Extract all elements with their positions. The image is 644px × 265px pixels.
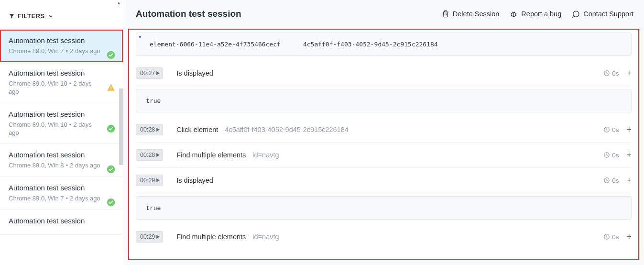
expand-button[interactable]: + xyxy=(626,151,632,159)
delete-session-button[interactable]: Delete Session xyxy=(442,10,500,18)
timestamp: 00:28 xyxy=(140,126,155,133)
expand-button[interactable]: + xyxy=(626,125,632,134)
log-right: 0s+ xyxy=(603,69,632,77)
timestamp-play-button[interactable]: 00:28 xyxy=(136,149,163,161)
session-item[interactable]: Automation test sessionChrome 89.0, Win … xyxy=(0,177,123,210)
log-body: Click element4c5aff0f-f403-4052-9d45-2c9… xyxy=(176,126,590,133)
session-title: Automation test session xyxy=(9,69,115,77)
result-box: true xyxy=(136,89,632,112)
log-body: Is displayed xyxy=(176,69,590,77)
log-row: 00:27Is displayed0s+ xyxy=(136,61,632,86)
svg-line-9 xyxy=(511,15,512,15)
scroll-up-arrow[interactable]: ▲ xyxy=(0,0,123,6)
play-icon xyxy=(156,153,160,157)
log-action: Find multiple elements xyxy=(176,233,246,241)
log-row: 00:28Click element4c5aff0f-f403-4052-9d4… xyxy=(136,117,632,143)
log-right: 0s+ xyxy=(603,151,632,159)
session-title: Automation test session xyxy=(9,184,115,192)
status-success-icon xyxy=(107,198,115,207)
main-header: Automation test session Delete Session R… xyxy=(123,0,644,29)
timestamp: 00:29 xyxy=(140,177,155,184)
timestamp: 00:28 xyxy=(140,152,155,158)
filters-button[interactable]: FILTERS xyxy=(9,12,54,20)
timestamp-play-button[interactable]: 00:27 xyxy=(136,67,163,79)
svg-line-13 xyxy=(514,11,515,12)
chevron-down-icon xyxy=(48,13,54,19)
log-detail: id=navtg xyxy=(252,151,279,159)
header-actions: Delete Session Report a bug Contact Supp… xyxy=(442,10,633,18)
filters-label: FILTERS xyxy=(18,12,45,20)
session-meta: Chrome 89.0, Win 7•2 days ago xyxy=(9,47,115,55)
log-panel: element-6066-11e4-a52e-4f735466cecf 4c5a… xyxy=(128,29,639,260)
duration: 0s xyxy=(603,152,619,159)
delete-session-label: Delete Session xyxy=(453,10,500,18)
session-item[interactable]: Automation test sessionChrome 89.0, Win … xyxy=(0,30,123,62)
log-action: Find multiple elements xyxy=(176,151,246,159)
log-detail: id=navtg xyxy=(252,233,279,241)
filter-icon xyxy=(9,13,15,19)
svg-rect-1 xyxy=(110,87,111,89)
filters-bar: FILTERS xyxy=(0,6,123,30)
contact-support-label: Contact Support xyxy=(583,10,633,18)
timestamp: 00:27 xyxy=(140,70,155,77)
session-title: Automation test session xyxy=(9,36,115,44)
log-row: 00:29Is displayed0s+ xyxy=(136,168,632,193)
svg-line-11 xyxy=(515,15,516,15)
log-right: 0s+ xyxy=(603,125,632,134)
log-body: Find multiple elementsid=navtg xyxy=(176,233,590,241)
play-icon xyxy=(156,71,160,75)
main-panel: Automation test session Delete Session R… xyxy=(123,0,644,265)
contact-support-button[interactable]: Contact Support xyxy=(572,10,633,18)
expand-button[interactable]: + xyxy=(626,176,632,185)
svg-rect-2 xyxy=(110,89,111,90)
log-detail: 4c5aff0f-f403-4052-9d45-2c915c226184 xyxy=(225,126,349,133)
log-body: Find multiple elementsid=navtg xyxy=(176,151,590,159)
status-success-icon xyxy=(107,165,115,174)
timestamp-play-button[interactable]: 00:29 xyxy=(136,231,163,243)
page-title: Automation test session xyxy=(136,9,241,19)
log-action: Click element xyxy=(176,126,218,133)
bug-icon xyxy=(510,10,518,18)
element-key: element-6066-11e4-a52e-4f735466cecf xyxy=(150,41,281,48)
duration: 0s xyxy=(603,177,619,184)
sessions-sidebar: ▲ FILTERS Automation test sessionChrome … xyxy=(0,0,123,265)
duration: 0s xyxy=(603,233,619,241)
session-list: Automation test sessionChrome 89.0, Win … xyxy=(0,30,123,265)
element-result-box: element-6066-11e4-a52e-4f735466cecf 4c5a… xyxy=(136,33,632,56)
svg-line-8 xyxy=(511,13,512,14)
scrollbar-thumb[interactable] xyxy=(119,88,123,165)
duration: 0s xyxy=(603,126,619,133)
session-item[interactable]: Automation test sessionChrome 89.0, Win … xyxy=(0,103,123,144)
session-title: Automation test session xyxy=(9,151,115,159)
log-action: Is displayed xyxy=(176,69,213,77)
report-bug-button[interactable]: Report a bug xyxy=(510,10,561,18)
timestamp: 00:29 xyxy=(140,233,155,240)
trash-icon xyxy=(442,10,449,18)
log-action: Is displayed xyxy=(176,177,213,184)
session-title: Automation test session xyxy=(9,217,115,225)
status-warning-icon xyxy=(107,83,115,92)
report-bug-label: Report a bug xyxy=(521,10,561,18)
svg-line-10 xyxy=(515,13,516,14)
status-success-icon xyxy=(107,51,115,59)
result-box: true xyxy=(136,196,632,220)
status-success-icon xyxy=(107,124,115,133)
log-right: 0s+ xyxy=(603,176,632,185)
session-meta: Chrome 89.0, Win 10•2 days ago xyxy=(9,121,115,137)
log-row: 00:29Find multiple elementsid=navtg0s+ xyxy=(136,224,632,249)
timestamp-play-button[interactable]: 00:29 xyxy=(136,175,163,186)
session-item[interactable]: Automation test sessionChrome 89.0, Win … xyxy=(0,62,123,103)
element-value: 4c5aff0f-f403-4052-9d45-2c915c226184 xyxy=(303,41,438,48)
log-body: Is displayed xyxy=(176,177,590,184)
session-item[interactable]: Automation test session xyxy=(0,210,123,235)
session-meta: Chrome 89.0, Win 8•2 days ago xyxy=(9,162,115,170)
expand-button[interactable]: + xyxy=(626,232,632,241)
play-icon xyxy=(156,128,160,132)
timestamp-play-button[interactable]: 00:28 xyxy=(136,124,163,135)
session-meta: Chrome 89.0, Win 10•2 days ago xyxy=(9,80,115,96)
session-meta: Chrome 89.0, Win 7•2 days ago xyxy=(9,195,115,203)
play-icon xyxy=(156,178,160,182)
svg-line-12 xyxy=(513,11,513,12)
expand-button[interactable]: + xyxy=(626,69,632,77)
session-item[interactable]: Automation test sessionChrome 89.0, Win … xyxy=(0,144,123,177)
